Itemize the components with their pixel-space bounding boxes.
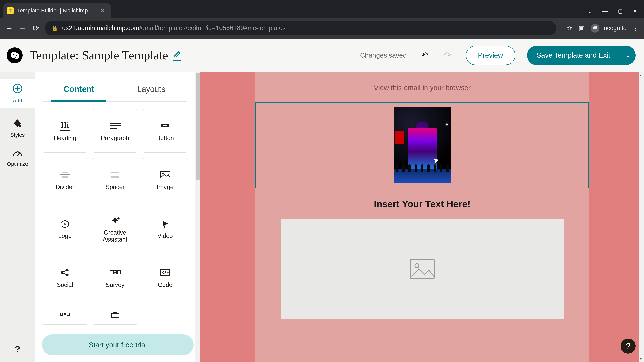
heading-icon: Hi (60, 120, 70, 132)
bookmark-icon[interactable]: ☆ (567, 24, 572, 32)
svg-rect-37 (64, 313, 66, 315)
email-heading[interactable]: Insert Your Text Here! (374, 198, 470, 209)
block-survey[interactable]: Survey ⠿⠿ (93, 256, 138, 299)
selected-image-block[interactable]: ➤ (256, 102, 589, 188)
rail-optimize-label: Optimize (7, 161, 28, 167)
gauge-icon (12, 148, 23, 159)
browser-tab[interactable]: 🐵 Template Builder | Mailchimp ✕ (3, 3, 111, 17)
block-creative-label: Creative Assistant (103, 229, 127, 243)
block-heading-label: Heading (54, 135, 76, 141)
trial-wrap: Start your free trial (35, 328, 200, 362)
block-image-label: Image (157, 184, 174, 190)
extensions-icon[interactable]: ▣ (578, 24, 585, 32)
block-partial-2[interactable] (93, 305, 138, 325)
scroll-up-icon[interactable]: ▲ (639, 73, 643, 77)
svg-point-4 (16, 55, 17, 56)
block-video[interactable]: Video ⠿⠿ (143, 207, 188, 250)
block-button-label: Button (156, 135, 174, 141)
image-placeholder-icon (409, 258, 436, 280)
forward-icon[interactable]: → (19, 23, 27, 33)
block-social[interactable]: Social ⠿⠿ (42, 256, 88, 299)
rail-styles[interactable]: Styles (10, 118, 25, 138)
window-controls: ⌄ — ▢ ✕ (587, 7, 644, 14)
save-dropdown-button[interactable]: ⌄ (620, 46, 636, 65)
apps-icon (58, 309, 72, 321)
redo-icon[interactable]: ↷ (440, 50, 456, 60)
maximize-icon[interactable]: ▢ (618, 8, 623, 14)
canvas-scrollbar[interactable]: ▲ ▼ (639, 72, 644, 362)
tab-title: Template Builder | Mailchimp (17, 7, 96, 14)
blocks-panel: Content Layouts Hi Heading ⠿⠿ Paragraph (35, 72, 200, 362)
question-icon: ? (626, 341, 630, 351)
close-icon[interactable]: ✕ (100, 6, 106, 14)
mailchimp-logo-icon[interactable] (7, 47, 23, 63)
grip-icon: ⠿⠿ (61, 194, 68, 199)
help-fab-button[interactable]: ? (620, 339, 636, 354)
svg-rect-32 (110, 271, 113, 274)
workspace: Add Styles Optimize ? Content Lay (0, 72, 644, 362)
block-divider-label: Divider (56, 184, 74, 190)
svg-rect-38 (67, 313, 70, 315)
scroll-down-icon[interactable]: ▼ (639, 357, 643, 361)
back-icon[interactable]: ← (5, 23, 13, 33)
scrollbar-thumb[interactable] (196, 73, 200, 180)
reload-icon[interactable]: ⟳ (32, 24, 39, 33)
block-social-label: Social (57, 281, 73, 288)
block-button[interactable]: Button ⠿⠿ (143, 109, 188, 152)
block-logo[interactable]: A Logo ⠿⠿ (42, 207, 88, 250)
tab-bar: 🐵 Template Builder | Mailchimp ✕ + ⌄ — ▢… (0, 0, 644, 17)
block-divider[interactable]: Divider ⠿⠿ (42, 158, 88, 201)
view-in-browser-link[interactable]: View this email in your browser (374, 84, 470, 92)
svg-point-21 (162, 173, 164, 174)
save-exit-button[interactable]: Save Template and Exit (527, 46, 620, 65)
block-image[interactable]: Image ⠿⠿ (143, 158, 188, 201)
email-body: View this email in your browser ➤ Insert… (256, 72, 589, 362)
logo-icon: A (58, 218, 72, 229)
incognito-indicator[interactable]: 🕶 Incognito (591, 24, 626, 32)
tab-layouts[interactable]: Layouts (115, 76, 188, 101)
survey-icon (108, 267, 122, 278)
tab-content[interactable]: Content (42, 76, 115, 101)
url-input[interactable]: 🔒 us21.admin.mailchimp.com/email/templat… (45, 21, 556, 35)
block-video-label: Video (158, 232, 173, 239)
svg-rect-18 (111, 172, 119, 173)
tab-search-icon[interactable]: ⌄ (587, 7, 592, 14)
save-split-button: Save Template and Exit ⌄ (527, 46, 636, 65)
email-hero-image[interactable]: ➤ (394, 107, 451, 183)
block-spacer[interactable]: Spacer ⠿⠿ (93, 158, 138, 201)
window-close-icon[interactable]: ✕ (633, 8, 637, 14)
start-trial-button[interactable]: Start your free trial (42, 334, 194, 355)
rail-optimize[interactable]: Optimize (7, 148, 28, 167)
svg-point-3 (12, 54, 14, 55)
block-creative-assistant[interactable]: Creative Assistant ⠿⠿ (93, 207, 138, 250)
canvas: View this email in your browser ➤ Insert… (200, 72, 644, 362)
block-code[interactable]: Code ⠿⠿ (143, 256, 188, 299)
edit-title-icon[interactable] (173, 50, 181, 60)
svg-point-26 (164, 226, 165, 228)
minimize-icon[interactable]: — (602, 8, 608, 14)
new-tab-button[interactable]: + (111, 4, 125, 12)
divider-icon (58, 169, 72, 180)
preview-button[interactable]: Preview (466, 46, 515, 65)
help-icon[interactable]: ? (14, 344, 20, 355)
image-placeholder-block[interactable] (280, 219, 564, 319)
panel-scrollbar[interactable] (195, 72, 200, 362)
svg-rect-15 (62, 172, 68, 173)
svg-point-28 (66, 269, 68, 271)
rail-styles-label: Styles (10, 132, 25, 138)
block-heading[interactable]: Hi Heading ⠿⠿ (42, 109, 88, 152)
kebab-menu-icon[interactable]: ⋮ (632, 24, 639, 32)
incognito-label: Incognito (602, 25, 626, 32)
side-tabs: Content Layouts (42, 76, 188, 102)
rail-add[interactable]: Add (0, 79, 35, 108)
svg-rect-40 (114, 312, 116, 314)
svg-rect-36 (60, 313, 63, 315)
undo-icon[interactable]: ↶ (417, 50, 433, 60)
grip-icon: ⠿⠿ (162, 194, 169, 199)
block-paragraph[interactable]: Paragraph ⠿⠿ (93, 109, 138, 152)
favicon-icon: 🐵 (7, 7, 14, 14)
grip-icon: ⠿⠿ (111, 194, 119, 199)
svg-text:A: A (64, 222, 66, 226)
block-partial-1[interactable] (42, 305, 88, 325)
incognito-icon: 🕶 (591, 24, 600, 32)
